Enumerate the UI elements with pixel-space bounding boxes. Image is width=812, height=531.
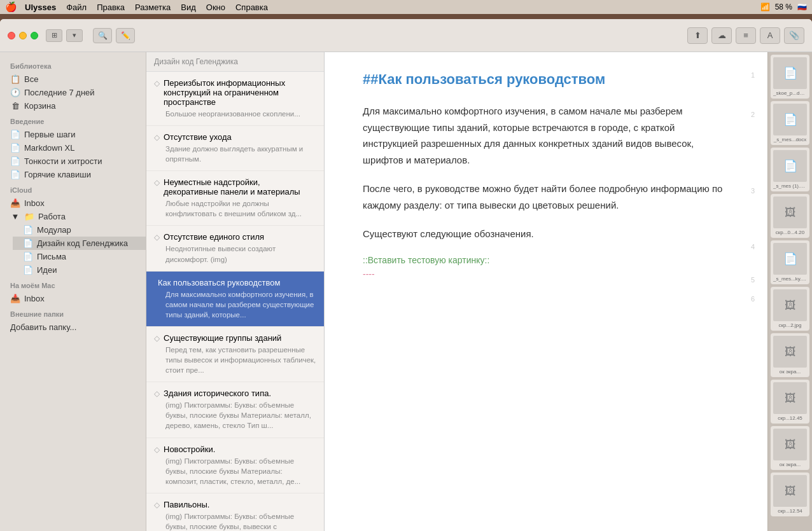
doc-item-5[interactable]: ◇ Существующие группы зданий Перед тем, … [146,327,324,382]
share-button[interactable]: ⬆ [687,27,708,44]
right-file-preview-3: 🖼 [773,197,807,228]
doc-item-7[interactable]: ◇ Новостройки. (img) Пиктограммы: Буквы:… [146,438,324,493]
menubar-help[interactable]: Справка [235,3,268,12]
editor-special-line: ::Вставить тестовую картинку:: [363,255,729,265]
menubar-file[interactable]: Файл [66,3,87,12]
doc-item-6-preview: (img) Пиктограммы: Буквы: объемные буквы… [165,400,316,431]
menubar-markup[interactable]: Разметка [135,3,171,12]
menubar-window[interactable]: Окно [206,3,225,12]
doc-item-6[interactable]: ◇ Здания исторического типа. (img) Пикто… [146,382,324,438]
right-file-9[interactable]: 🖼 скр...12.54 [771,472,809,516]
all-icon: 📋 [10,74,20,84]
doc-icon-letters: 📄 [23,252,33,261]
right-file-0[interactable]: 📄 _skoe_p...docx [771,55,809,99]
doc-item-3[interactable]: ◇ Отсутствие единого стиля Неоднотипные … [146,226,324,271]
line-num-2: 2 [751,111,755,118]
editor[interactable]: ##Как пользоваться руководством Для макс… [325,52,767,531]
apple-icon[interactable]: 🍎 [5,1,17,13]
sidebar-item-first-steps-label: Первые шаги [24,130,136,139]
sidebar-item-design-code-label: Дизайн код Геленджика [37,238,136,248]
doc-item-2[interactable]: ◇ Неуместные надстройки, декоративные па… [146,171,324,226]
folder-doc-icon: 📁 [24,212,34,221]
titlebar: ⊞ ▾ 🔍 ✏️ ⬆ ☁ ≡ A 📎 [0,19,812,52]
sidebar-item-hotkeys-label: Горячие клавиши [24,170,136,179]
right-file-5[interactable]: 🖼 скр...2.jpg [771,287,809,331]
sidebar-item-letters-label: Письма [37,252,136,261]
sidebar-item-letters[interactable]: 📄 Письма [13,250,146,263]
sidebar-item-inbox[interactable]: 📥 Inbox [0,197,146,210]
sidebar-item-markdown[interactable]: 📄 Markdown XL [0,141,146,155]
inbox-icon: 📥 [10,198,20,208]
folder-icon-work: ▼ [10,212,20,221]
doc-item-0-preview: Большое неорганизованное скоплени... [165,109,316,119]
doc-item-1[interactable]: ◇ Отсутствие ухода Здание должно выгляде… [146,126,324,171]
sidebar-item-mac-inbox[interactable]: 📥 Inbox [0,292,146,305]
doc-marker-2: ◇ [154,178,160,187]
line-num-5: 5 [751,276,755,284]
sidebar-item-add-folder[interactable]: Добавить папку... [0,321,146,334]
sidebar-item-all[interactable]: 📋 Все [0,72,146,86]
line-num-1: 1 [751,71,755,79]
sidebar-section-mac: На моём Mac [0,277,146,292]
maximize-button[interactable] [31,32,38,39]
sidebar-item-work[interactable]: ▼ 📁 Работа [0,210,146,223]
menubar-app[interactable]: Ulysses [25,3,56,12]
doc-item-4[interactable]: Как пользоваться руководством Для максим… [146,272,324,327]
sidebar-item-tips-label: Тонкости и хитрости [24,156,136,166]
doc-item-0[interactable]: ◇ Переизбыток информационных конструкций… [146,72,324,126]
doc-item-4-title: Как пользоваться руководством [154,278,316,287]
menubar-edit[interactable]: Правка [97,3,125,12]
right-file-preview-8: 🖼 [773,429,807,460]
doc-item-8[interactable]: ◇ Павильоны. (img) Пиктограммы: Буквы: о… [146,493,324,531]
doc-icon-mod: 📄 [23,225,33,235]
font-button[interactable]: A [760,27,780,44]
doc-item-7-preview: (img) Пиктограммы: Буквы: объемные буквы… [165,456,316,486]
publish-button[interactable]: ☁ [711,27,732,44]
sidebar-item-ideas[interactable]: 📄 Идеи [13,263,146,277]
right-file-2[interactable]: 📄 _s_mes (1).docx [771,148,809,191]
close-button[interactable] [8,32,15,39]
right-file-name-8: ок экра... [773,462,807,467]
sidebar-item-trash[interactable]: 🗑 Корзина [0,99,146,113]
editor-content: ##Как пользоваться руководством Для макс… [363,71,729,279]
titlebar-right-buttons: ⬆ ☁ ≡ A 📎 [687,27,804,44]
sidebar-toggle-button[interactable]: ⊞ [46,29,62,42]
titlebar-controls: ⊞ ▾ [46,29,83,42]
doc-icon-1: 📄 [10,130,20,139]
right-file-preview-2: 📄 [773,150,807,182]
sidebar-item-tips[interactable]: 📄 Тонкости и хитрости [0,155,146,168]
doc-item-1-title: ◇ Отсутствие ухода [154,132,316,142]
doc-item-7-title: ◇ Новостройки. [154,445,316,454]
layout-button[interactable]: ▾ [66,29,83,42]
right-file-4[interactable]: 📄 _s_mes...ky.docx [771,240,809,284]
right-file-3[interactable]: 🖼 скр...0...4.20 [771,194,809,238]
editor-para-0: Для максимально комфортного изучения, в … [363,103,729,168]
sidebar-item-hotkeys[interactable]: 📄 Горячие клавиши [0,168,146,181]
sidebar-section-external: Внешние папки [0,305,146,321]
minimize-button[interactable] [19,32,27,39]
right-file-7[interactable]: 🖼 скр...12.45 [771,380,809,424]
list-button[interactable]: ≡ [736,27,756,44]
doc-item-5-preview: Перед тем, как установить разрешенные ти… [165,345,316,375]
right-file-name-1: _s_mes...docx [773,137,807,142]
traffic-lights [8,32,38,39]
right-file-name-9: скр...12.54 [773,508,807,514]
new-doc-button[interactable]: ✏️ [116,28,135,43]
sidebar-item-design-code[interactable]: 📄 Дизайн код Геленджика [13,237,146,250]
doc-item-3-title: ◇ Отсутствие единого стиля [154,232,316,242]
wifi-icon: 📶 [760,3,770,11]
sidebar-item-modular[interactable]: 📄 Модулар [13,223,146,237]
document-list: Дизайн код Геленджика ◇ Переизбыток инфо… [146,52,325,531]
right-file-1[interactable]: 📄 _s_mes...docx [771,101,809,145]
line-numbers: 1 2 3 4 5 6 [751,71,755,314]
right-file-8[interactable]: 🖼 ок экра... [771,426,809,470]
trash-icon: 🗑 [10,101,20,111]
sidebar-item-first-steps[interactable]: 📄 Первые шаги [0,128,146,141]
sidebar-item-recent[interactable]: 🕐 Последние 7 дней [0,86,146,99]
recent-icon: 🕐 [10,88,20,97]
attachment-button[interactable]: 📎 [784,27,804,44]
menubar-view[interactable]: Вид [181,3,196,12]
search-button[interactable]: 🔍 [93,28,112,43]
menubar-items: Ulysses Файл Правка Разметка Вид Окно Сп… [25,3,760,12]
right-file-6[interactable]: 🖼 ок экра... [771,333,809,377]
